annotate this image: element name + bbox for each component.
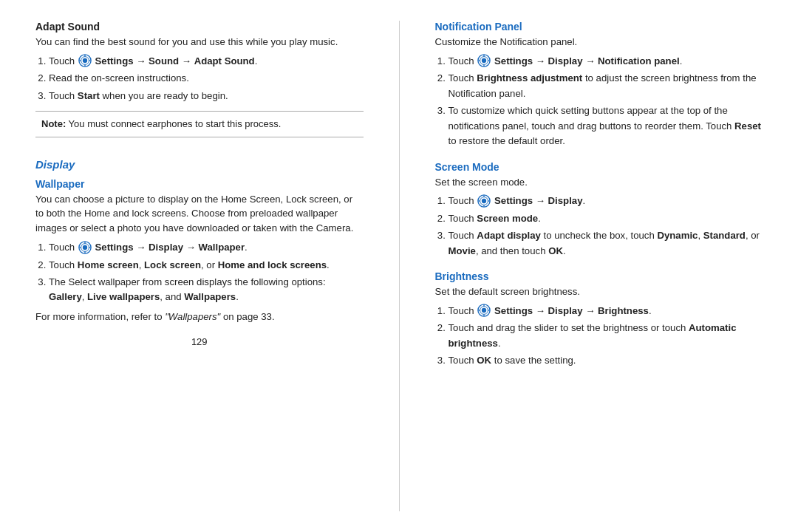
notification-panel-section: Notification Panel Customize the Notific… [435,21,763,154]
adapt-sound-step-1: Touch Setting [49,54,364,69]
brightness-steps: Touch Setting [449,304,763,369]
notification-step-3: To customize which quick setting buttons… [449,103,763,149]
brightness-section: Brightness Set the default screen bright… [435,263,763,373]
right-column: Notification Panel Customize the Notific… [435,21,763,511]
screen-mode-section: Screen Mode Set the screen mode. Touch [435,154,763,264]
screen-mode-step-2: Touch Screen mode. [449,211,763,226]
notification-step-1: Touch Setting [449,54,763,69]
page-number: 129 [35,336,364,347]
settings-label: Settings [95,55,134,66]
notification-panel-title: Notification Panel [435,21,763,33]
svg-point-22 [482,199,486,203]
notification-step-2: Touch Brightness adjustment to adjust th… [449,71,763,101]
adapt-sound-title: Adapt Sound [35,21,364,33]
screen-mode-step-1: Touch Setting [449,194,763,208]
settings-icon-3 [477,54,491,67]
settings-icon-1 [78,54,92,67]
adapt-sound-section: Adapt Sound You can find the best sound … [35,21,364,148]
wallpaper-section: Wallpaper You can choose a picture to di… [35,178,364,324]
adapt-sound-para: You can find the best sound for you and … [35,35,364,50]
wallpaper-step-2: Touch Home screen, Lock screen, or Home … [49,258,364,273]
two-column-layout: Adapt Sound You can find the best sound … [35,21,763,511]
svg-point-29 [482,308,486,313]
screen-mode-step-3: Touch Adapt display to uncheck the box, … [449,228,763,259]
display-section: Display Wallpaper You can choose a pictu… [35,148,364,329]
screen-mode-title: Screen Mode [435,161,763,173]
wallpaper-step-1: Touch [49,240,364,255]
settings-icon-5 [477,304,491,317]
brightness-title: Brightness [435,270,763,282]
svg-point-8 [83,245,87,249]
wallpaper-more-info: For more information, refer to "Wallpape… [35,310,364,324]
brightness-step-2: Touch and drag the slider to set the bri… [449,321,763,351]
screen-mode-steps: Touch Setting [449,194,763,259]
column-divider [399,21,400,511]
adapt-sound-step-2: Read the on-screen instructions. [49,71,364,86]
adapt-sound-steps: Touch Setting [49,54,364,103]
settings-icon-2 [78,241,92,254]
left-column: Adapt Sound You can find the best sound … [35,21,364,511]
brightness-step-3: Touch OK to save the setting. [449,353,763,368]
adapt-sound-note: Note: You must connect earphones to star… [35,111,364,137]
wallpaper-steps: Touch [49,240,364,305]
svg-point-1 [83,58,87,63]
page-container: Adapt Sound You can find the best sound … [0,0,798,532]
svg-point-15 [482,58,486,63]
wallpaper-step-3: The Select wallpaper from screen display… [49,275,364,305]
screen-mode-para: Set the screen mode. [435,175,763,190]
notification-panel-para: Customize the Notification panel. [435,35,763,50]
wallpaper-title: Wallpaper [35,178,364,190]
wallpaper-para: You can choose a picture to display on t… [35,192,364,236]
notification-panel-steps: Touch Setting [449,54,763,149]
brightness-step-1: Touch Setting [449,304,763,318]
adapt-sound-step-3: Touch Start when you are ready to begin. [49,89,364,103]
brightness-para: Set the default screen brightness. [435,284,763,299]
settings-icon-4 [477,194,491,208]
display-title: Display [35,158,364,171]
